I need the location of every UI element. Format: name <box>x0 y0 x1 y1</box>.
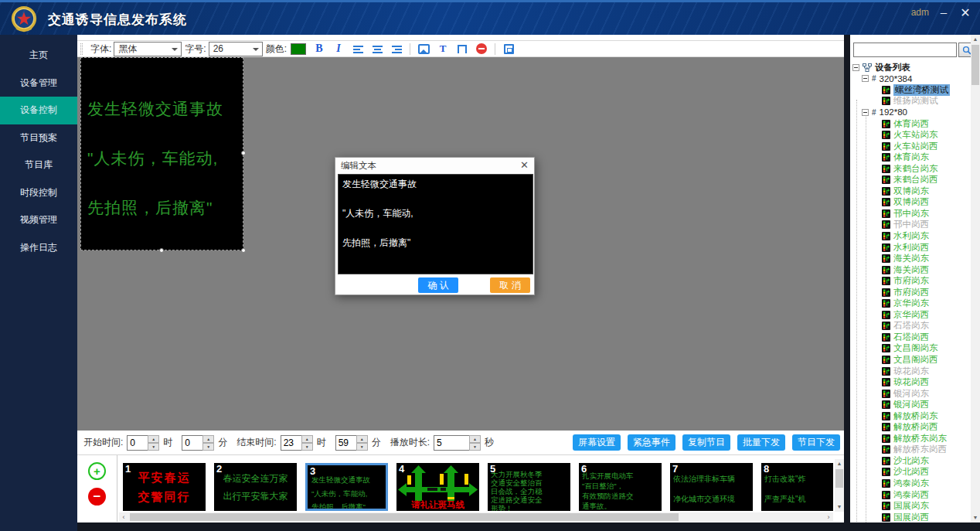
tree-node[interactable]: 来鹤台岗西 <box>850 174 971 186</box>
tree-node[interactable]: 火车站岗西 <box>850 141 971 152</box>
action-button[interactable]: 紧急事件 <box>628 434 675 451</box>
tree-node[interactable]: 解放桥东岗东 <box>850 433 971 444</box>
tree-node[interactable]: 192*80 <box>850 107 971 118</box>
align-left-icon[interactable] <box>352 43 364 55</box>
confirm-button[interactable]: 确 认 <box>418 277 458 293</box>
collapse-toggle-icon[interactable] <box>862 75 869 82</box>
tree-node[interactable]: 石塔岗东 <box>850 321 971 332</box>
scrollbar-thumb[interactable] <box>971 45 979 85</box>
tree-node[interactable]: 体育岗西 <box>850 118 971 130</box>
tree-node[interactable]: 京华岗东 <box>850 298 971 309</box>
step-up-icon[interactable]: ▲ <box>469 435 481 443</box>
tree-node[interactable]: 鸿泰岗东 <box>850 478 971 489</box>
sidebar-item[interactable]: 操作日志 <box>0 234 77 262</box>
dialog-close-icon[interactable]: ✕ <box>520 159 529 171</box>
playlist-item[interactable]: 6 扎实开展电动车 "百日整治"， 有效预防道路交 通事故。 <box>579 463 662 511</box>
insert-image-icon[interactable] <box>417 43 430 55</box>
led-preview-text[interactable]: 发生轻微交通事故 "人未伤，车能动, 先拍照，后撤离" <box>81 58 243 250</box>
bold-icon[interactable]: B <box>313 43 325 55</box>
step-down-icon[interactable]: ▼ <box>301 443 313 451</box>
tree-node[interactable]: 银河岗东 <box>850 388 971 400</box>
tree-node[interactable]: 鸿泰岗西 <box>850 489 971 501</box>
color-swatch[interactable] <box>291 43 306 55</box>
scroll-right-icon[interactable]: › <box>824 512 833 522</box>
action-button[interactable]: 批量下发 <box>737 434 785 451</box>
tree-node[interactable]: 来鹤台岗东 <box>850 163 971 175</box>
collapse-toggle-icon[interactable] <box>852 64 859 71</box>
resize-handle[interactable] <box>159 248 164 253</box>
insert-text-icon[interactable]: T <box>437 43 449 55</box>
tree-node[interactable]: 水利岗东 <box>850 230 971 242</box>
tree-node[interactable]: 文昌阁岗东 <box>850 343 971 355</box>
tree-scrollbar[interactable]: ▲ ▼ <box>971 35 980 522</box>
step-up-icon[interactable]: ▲ <box>148 435 159 443</box>
resize-handle[interactable] <box>241 151 246 155</box>
start-minute-stepper[interactable]: ▲▼ <box>182 435 214 451</box>
align-right-icon[interactable] <box>390 43 403 55</box>
end-minute-input[interactable] <box>335 435 356 451</box>
action-button[interactable]: 屏幕设置 <box>573 434 621 451</box>
playlist-item[interactable]: 3 发生轻微交通事故 "人未伤，车能动, 先拍照，后撤离" <box>305 463 388 511</box>
start-minute-input[interactable] <box>182 435 202 451</box>
tree-node[interactable]: 市府岗东 <box>850 275 971 287</box>
tree-node[interactable]: 海关岗东 <box>850 253 971 264</box>
sidebar-item[interactable]: 视频管理 <box>0 206 77 234</box>
scrollbar-thumb[interactable] <box>835 469 843 488</box>
playlist-horizontal-scrollbar[interactable]: ‹ › <box>119 512 833 522</box>
sidebar-item[interactable]: 设备管理 <box>0 70 77 97</box>
tree-node[interactable]: 京华岗西 <box>850 309 971 321</box>
italic-icon[interactable]: I <box>332 43 345 55</box>
close-icon[interactable]: ✕ <box>957 5 974 20</box>
tree-node[interactable]: 解放桥岗西 <box>850 422 971 434</box>
insert-sign-icon[interactable] <box>456 43 468 55</box>
end-hour-stepper[interactable]: ▲▼ <box>281 435 313 451</box>
tree-node[interactable]: 沙北岗西 <box>850 467 971 478</box>
playlist-item[interactable]: 7 依法治理非标车辆 净化城市交通环境 <box>670 463 753 511</box>
playlist-item[interactable]: 2 春运安全连万家 出行平安靠大家 <box>214 463 297 511</box>
tree-node[interactable]: 海关岗西 <box>850 264 971 276</box>
tree-node[interactable]: 琼花岗西 <box>850 376 971 388</box>
step-up-icon[interactable]: ▲ <box>202 435 214 443</box>
led-preview[interactable]: 发生轻微交通事故 "人未伤，车能动, 先拍照，后撤离" <box>80 57 243 250</box>
scroll-down-icon[interactable]: ▼ <box>835 502 844 512</box>
tree-node[interactable]: 琼花岗东 <box>850 366 971 377</box>
scrollbar-thumb[interactable] <box>130 513 679 521</box>
collapse-toggle-icon[interactable] <box>862 109 869 116</box>
sidebar-item[interactable]: 节目预案 <box>0 124 77 152</box>
tree-node[interactable]: 文昌阁岗西 <box>850 354 971 366</box>
action-button[interactable]: 节目下发 <box>792 434 840 451</box>
tree-node[interactable]: 双博岗东 <box>850 186 971 197</box>
tree-node[interactable]: 石塔岗西 <box>850 332 971 343</box>
sidebar-item[interactable]: 节目库 <box>0 151 77 179</box>
duration-input[interactable] <box>434 435 469 451</box>
minimize-icon[interactable]: – <box>935 5 952 19</box>
stop-icon[interactable] <box>475 43 488 55</box>
playlist-item[interactable]: 4 <box>396 463 479 511</box>
tree-node[interactable]: 邗中岗西 <box>850 220 971 231</box>
scroll-down-icon[interactable]: ▼ <box>971 513 980 522</box>
tree-node[interactable]: 体育岗东 <box>850 151 971 163</box>
tree-node[interactable]: 国展岗东 <box>850 500 971 512</box>
tree-node[interactable]: 邗中岗东 <box>850 208 971 220</box>
start-hour-stepper[interactable]: ▲▼ <box>127 435 159 451</box>
duration-stepper[interactable]: ▲▼ <box>434 435 481 451</box>
add-frame-button[interactable]: + <box>88 462 106 480</box>
tree-node[interactable]: 沙北岗东 <box>850 455 971 467</box>
scroll-up-icon[interactable]: ▲ <box>835 459 844 468</box>
font-size-select[interactable]: 26 <box>209 42 263 56</box>
action-button[interactable]: 复制节目 <box>682 434 730 451</box>
align-center-icon[interactable] <box>371 43 383 55</box>
end-minute-stepper[interactable]: ▲▼ <box>335 435 368 451</box>
start-hour-input[interactable] <box>127 435 148 451</box>
scroll-up-icon[interactable]: ▲ <box>971 35 980 44</box>
device-search-input[interactable] <box>853 43 957 57</box>
resize-handle[interactable] <box>241 248 246 253</box>
playlist-item[interactable]: 1 平安春运 交警同行 <box>123 463 206 511</box>
step-down-icon[interactable]: ▼ <box>469 443 481 451</box>
scroll-left-icon[interactable]: ‹ <box>119 512 128 522</box>
tree-node[interactable]: 螺丝湾桥测试 <box>850 84 971 96</box>
tree-node[interactable]: 火车站岗东 <box>850 129 971 141</box>
step-up-icon[interactable]: ▲ <box>301 435 313 443</box>
tree-node[interactable]: 市府岗西 <box>850 287 971 298</box>
sidebar-item[interactable]: 主页 <box>0 42 77 70</box>
